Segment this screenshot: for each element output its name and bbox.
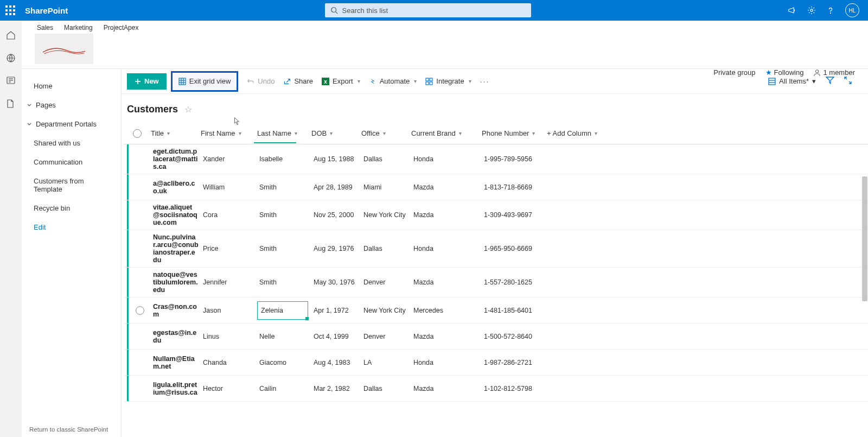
cell-lastname[interactable]: Smith [257, 200, 311, 230]
cell-title[interactable]: natoque@vestibulumlorem.edu [151, 268, 201, 297]
cell-office[interactable]: Dallas [361, 230, 411, 267]
share-button[interactable]: Share [283, 77, 313, 85]
cell-phone[interactable]: 1-500-572-8640 [482, 324, 547, 349]
cell-firstname[interactable]: Jason [201, 297, 257, 323]
cell-brand[interactable]: Mazda [411, 200, 482, 230]
automate-button[interactable]: Automate ▾ [369, 77, 417, 85]
breadcrumb-item[interactable]: ProjectApex [104, 24, 139, 31]
table-row[interactable]: eget.dictum.placerat@mattis.caXanderIsab… [124, 144, 868, 174]
cell-phone[interactable]: 1-965-950-6669 [482, 230, 547, 267]
breadcrumb-item[interactable]: Sales [37, 24, 53, 31]
cell-brand[interactable]: Mazda [411, 174, 482, 200]
cell-office[interactable]: Denver [361, 268, 411, 297]
breadcrumb-item[interactable]: Marketing [64, 24, 93, 31]
nav-shared-with-us[interactable]: Shared with us [22, 134, 121, 153]
table-row[interactable]: ligula.elit.pretium@risus.caHectorCailin… [124, 376, 868, 402]
home-icon[interactable] [6, 30, 16, 40]
cell-office[interactable]: Denver [361, 324, 411, 349]
nav-recycle-bin[interactable]: Recycle bin [22, 199, 121, 218]
table-row[interactable]: Nullam@Etiam.netChandaGiacomoAug 4, 1983… [124, 350, 868, 376]
cell-phone[interactable]: 1-995-789-5956 [482, 144, 547, 174]
cell-phone[interactable]: 1-987-286-2721 [482, 350, 547, 375]
search-input[interactable]: Search this list [325, 3, 531, 17]
cell-brand[interactable]: Honda [411, 350, 482, 375]
app-launcher-icon[interactable] [5, 5, 15, 15]
cell-firstname[interactable]: William [201, 174, 257, 200]
cell-office[interactable]: Dallas [361, 144, 411, 174]
expand-button[interactable] [844, 77, 852, 86]
globe-icon[interactable] [6, 53, 16, 63]
cell-dob[interactable]: Aug 15, 1988 [311, 144, 361, 174]
cell-title[interactable]: a@aclibero.co.uk [151, 174, 201, 200]
undo-button[interactable]: Undo [247, 77, 275, 85]
cell-title[interactable]: ligula.elit.pretium@risus.ca [151, 376, 201, 401]
cell-dob[interactable]: May 30, 1976 [311, 268, 361, 297]
exit-grid-view-button[interactable]: Exit grid view [173, 73, 237, 90]
cell-office[interactable]: New York City [361, 200, 411, 230]
column-header-office[interactable]: Office▾ [361, 129, 411, 137]
nav-pages[interactable]: Pages [22, 96, 121, 115]
return-classic-link[interactable]: Return to classic SharePoint [29, 426, 108, 433]
column-header-brand[interactable]: Current Brand▾ [411, 129, 482, 137]
cell-title[interactable]: vitae.aliquet@sociisnatoque.com [151, 200, 201, 230]
cell-office[interactable]: Dallas [361, 376, 411, 401]
cell-office[interactable]: LA [361, 350, 411, 375]
cell-phone[interactable]: 1-481-185-6401 [482, 297, 547, 323]
add-column-button[interactable]: + Add Column▾ [547, 129, 607, 137]
filter-button[interactable] [826, 77, 834, 86]
megaphone-icon[interactable] [788, 7, 796, 14]
cell-dob[interactable]: Aug 4, 1983 [311, 350, 361, 375]
column-header-lastname[interactable]: Last Name▾ [257, 129, 311, 137]
cell-lastname[interactable]: Smith [257, 174, 311, 200]
cell-brand[interactable]: Honda [411, 144, 482, 174]
help-icon[interactable] [827, 7, 834, 14]
cell-brand[interactable]: Mazda [411, 376, 482, 401]
scrollbar-thumb[interactable] [862, 176, 867, 301]
cell-firstname[interactable]: Hector [201, 376, 257, 401]
nav-edit[interactable]: Edit [22, 218, 121, 237]
column-header-firstname[interactable]: First Name▾ [201, 129, 257, 137]
vertical-scrollbar[interactable] [861, 176, 868, 437]
table-row[interactable]: a@aclibero.co.ukWilliamSmithApr 28, 1989… [124, 174, 868, 200]
favorite-star-button[interactable]: ☆ [184, 104, 192, 115]
cell-firstname[interactable]: Xander [201, 144, 257, 174]
table-row[interactable]: vitae.aliquet@sociisnatoque.comCoraSmith… [124, 200, 868, 230]
cell-lastname[interactable]: Nelle [257, 324, 311, 349]
cell-title[interactable]: Cras@non.com [151, 297, 201, 323]
cell-lastname[interactable]: Giacomo [257, 350, 311, 375]
cell-firstname[interactable]: Price [201, 230, 257, 267]
cell-lastname[interactable]: Cailin [257, 376, 311, 401]
cell-phone[interactable]: 1-102-812-5798 [482, 376, 547, 401]
cell-brand[interactable]: Mercedes [411, 297, 482, 323]
cell-dob[interactable]: Apr 28, 1989 [311, 174, 361, 200]
nav-home[interactable]: Home [22, 77, 121, 96]
cell-title[interactable]: Nullam@Etiam.net [151, 350, 201, 375]
integrate-button[interactable]: Integrate ▾ [425, 77, 471, 85]
avatar[interactable]: HL [845, 3, 859, 17]
cell-dob[interactable]: Aug 29, 1976 [311, 230, 361, 267]
cell-lastname[interactable]: Smith [257, 230, 311, 267]
select-all-toggle[interactable] [133, 129, 142, 138]
cell-lastname-editing[interactable]: Zelenia [257, 301, 308, 320]
cell-phone[interactable]: 1-813-718-6669 [482, 174, 547, 200]
cell-brand[interactable]: Honda [411, 230, 482, 267]
cell-lastname[interactable]: Isabelle [257, 144, 311, 174]
cell-title[interactable]: Nunc.pulvinar.arcu@conubianostraper.edu [151, 230, 201, 267]
table-row[interactable]: natoque@vestibulumlorem.eduJenniferSmith… [124, 268, 868, 297]
new-button[interactable]: New [127, 73, 167, 90]
column-header-title[interactable]: Title▾ [151, 129, 201, 137]
cell-title[interactable]: egestas@in.edu [151, 324, 201, 349]
cell-dob[interactable]: Mar 2, 1982 [311, 376, 361, 401]
nav-customers-template[interactable]: Customers from Template [22, 172, 121, 199]
cell-firstname[interactable]: Linus [201, 324, 257, 349]
cell-dob[interactable]: Apr 1, 1972 [311, 297, 361, 323]
cell-firstname[interactable]: Jennifer [201, 268, 257, 297]
files-icon[interactable] [6, 99, 16, 109]
view-selector-button[interactable]: All Items* ▾ [768, 77, 816, 85]
nav-department-portals[interactable]: Department Portals [22, 115, 121, 134]
news-icon[interactable] [6, 76, 16, 86]
row-select-toggle[interactable] [136, 306, 144, 315]
site-logo[interactable] [35, 34, 93, 64]
cell-brand[interactable]: Mazda [411, 268, 482, 297]
cell-dob[interactable]: Oct 4, 1999 [311, 324, 361, 349]
